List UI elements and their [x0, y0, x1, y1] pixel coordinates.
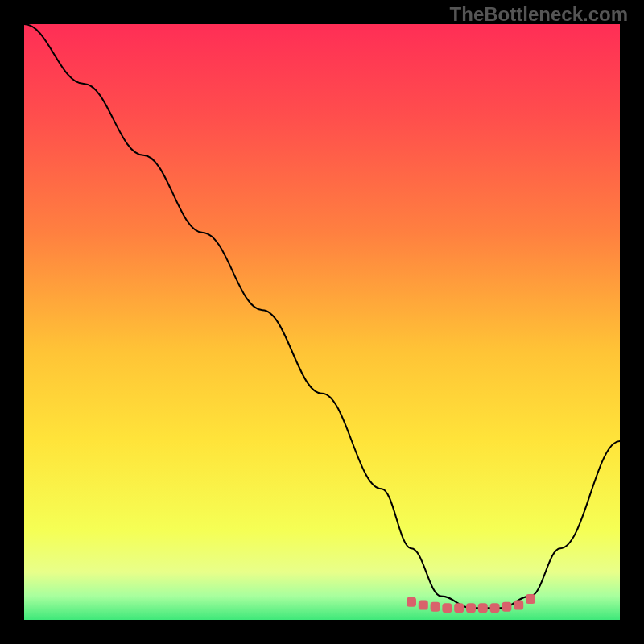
marker-point	[466, 603, 476, 613]
watermark-text: TheBottleneck.com	[450, 3, 628, 26]
marker-point	[431, 602, 440, 612]
marker-point	[502, 602, 511, 612]
marker-point	[442, 603, 452, 613]
marker-point	[419, 601, 428, 610]
marker-point	[454, 603, 464, 613]
chart-svg	[0, 0, 644, 644]
marker-point	[490, 603, 500, 613]
plot-background	[24, 24, 620, 620]
marker-point	[514, 601, 523, 610]
marker-point	[407, 597, 416, 607]
marker-point	[478, 603, 488, 613]
chart-container: TheBottleneck.com	[0, 0, 644, 644]
marker-point	[526, 594, 535, 604]
